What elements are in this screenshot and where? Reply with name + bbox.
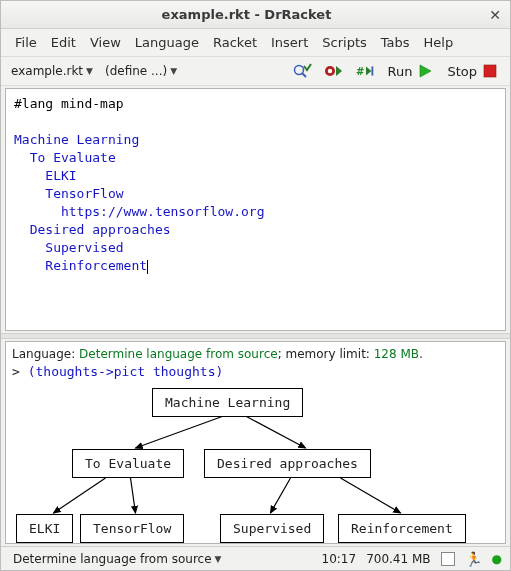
status-cursor-position: 10:17: [322, 552, 357, 566]
app-window: example.rkt - DrRacket ✕ File Edit View …: [0, 0, 511, 571]
menu-file[interactable]: File: [9, 33, 43, 52]
statusbar: Determine language from source ▼ 10:17 7…: [1, 546, 510, 570]
stop-icon: [480, 62, 500, 80]
chevron-down-icon: ▼: [86, 66, 93, 76]
definitions-label: (define ...): [105, 64, 167, 78]
code-line: https://www.tensorflow.org: [14, 204, 264, 219]
code-line: Supervised: [14, 240, 124, 255]
tree-node: TensorFlow: [80, 514, 184, 543]
menu-help[interactable]: Help: [418, 33, 460, 52]
svg-point-3: [327, 69, 331, 73]
run-button[interactable]: Run: [384, 60, 440, 82]
definitions-editor[interactable]: #lang mind-map Machine Learning To Evalu…: [5, 88, 506, 331]
close-icon[interactable]: ✕: [486, 6, 504, 24]
toolbar: example.rkt ▼ (define ...) ▼ # Run: [1, 57, 510, 86]
gc-indicator[interactable]: [441, 552, 455, 566]
tree-node: Desired approaches: [204, 449, 371, 478]
svg-text:#: #: [356, 66, 364, 77]
repl-memory-limit: 128 MB: [374, 347, 419, 361]
macro-stepper-icon: [324, 62, 344, 80]
check-syntax-button[interactable]: [288, 60, 316, 82]
stop-label: Stop: [447, 64, 477, 79]
code-line: Machine Learning: [14, 132, 139, 147]
play-icon: [415, 62, 435, 80]
file-tab-label: example.rkt: [11, 64, 83, 78]
debug-icon: #: [356, 62, 376, 80]
run-label: Run: [388, 64, 413, 79]
repl-input-line: > (thoughts->pict thoughts): [12, 363, 499, 380]
status-language-dropdown[interactable]: Determine language from source ▼: [9, 550, 225, 568]
code-line: ELKI: [14, 168, 77, 183]
menu-edit[interactable]: Edit: [45, 33, 82, 52]
code-line: Reinforcement: [14, 258, 147, 273]
status-memory: 700.41 MB: [366, 552, 430, 566]
pane-divider[interactable]: [1, 333, 510, 339]
code-line: Desired approaches: [14, 222, 171, 237]
check-syntax-icon: [292, 62, 312, 80]
lang-directive-prefix: #lang: [14, 96, 61, 111]
tree-node: Reinforcement: [338, 514, 466, 543]
status-language-label: Determine language from source: [13, 552, 212, 566]
repl-expression: (thoughts->pict thoughts): [28, 364, 224, 379]
menu-scripts[interactable]: Scripts: [316, 33, 372, 52]
tree-node-root: Machine Learning: [152, 388, 303, 417]
window-title: example.rkt - DrRacket: [7, 7, 486, 22]
pict-output: Machine Learning To Evaluate Desired app…: [12, 386, 499, 544]
menu-racket[interactable]: Racket: [207, 33, 263, 52]
tree-node: Supervised: [220, 514, 324, 543]
repl-language-line: Language: Determine language from source…: [12, 346, 499, 363]
svg-rect-6: [484, 65, 496, 77]
chevron-down-icon: ▼: [170, 66, 177, 76]
svg-rect-5: [371, 66, 373, 75]
tree-node: To Evaluate: [72, 449, 184, 478]
code-line: To Evaluate: [14, 150, 116, 165]
macro-stepper-button[interactable]: [320, 60, 348, 82]
menu-view[interactable]: View: [84, 33, 127, 52]
code-line: TensorFlow: [14, 186, 124, 201]
menu-language[interactable]: Language: [129, 33, 205, 52]
menubar: File Edit View Language Racket Insert Sc…: [1, 29, 510, 57]
debug-button[interactable]: #: [352, 60, 380, 82]
interactions-repl[interactable]: Language: Determine language from source…: [5, 341, 506, 544]
lang-name: mind-map: [61, 96, 124, 111]
svg-line-1: [302, 73, 306, 77]
file-tab-dropdown[interactable]: example.rkt ▼: [7, 62, 97, 80]
menu-insert[interactable]: Insert: [265, 33, 314, 52]
text-cursor: [147, 260, 148, 274]
stop-button[interactable]: Stop: [443, 60, 504, 82]
repl-language-value: Determine language from source: [79, 347, 278, 361]
running-man-icon[interactable]: 🏃: [465, 551, 482, 567]
chevron-down-icon: ▼: [215, 554, 222, 564]
tree-node: ELKI: [16, 514, 73, 543]
titlebar: example.rkt - DrRacket ✕: [1, 1, 510, 29]
status-dot-icon: ●: [492, 552, 502, 566]
menu-tabs[interactable]: Tabs: [375, 33, 416, 52]
definitions-dropdown[interactable]: (define ...) ▼: [101, 62, 181, 80]
